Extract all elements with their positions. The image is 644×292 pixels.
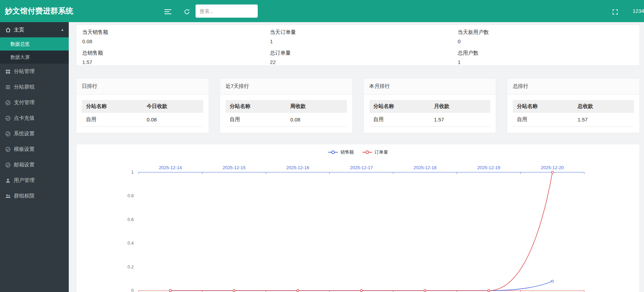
- svg-text:2025-12-19: 2025-12-19: [477, 165, 500, 170]
- sidebar-menu: 分站管理分站群组支付管理点卡充值系统设置模板设置邮箱设置用户管理群组权限: [0, 64, 69, 204]
- sidebar-item[interactable]: 用户管理: [0, 173, 69, 188]
- svg-text:0.8: 0.8: [127, 193, 134, 198]
- username[interactable]: 12345: [633, 0, 644, 22]
- legend-item[interactable]: 订单量: [362, 149, 388, 155]
- sidebar-item[interactable]: 支付管理: [0, 95, 69, 110]
- stat-cell: 当天订单量1: [264, 25, 452, 46]
- legend-line-icon: [328, 150, 338, 155]
- table-cell: 1.57: [574, 113, 634, 127]
- fullscreen-icon: [612, 11, 618, 16]
- fullscreen-button[interactable]: [611, 8, 619, 16]
- ranking-table: 分站名称总收款自用1.57: [513, 100, 634, 127]
- stat-value: 1: [458, 59, 634, 65]
- stat-value: 0.08: [82, 38, 258, 44]
- table-cell: 自用: [369, 113, 430, 127]
- svg-text:0.2: 0.2: [127, 264, 134, 270]
- check-circle-icon: [5, 100, 11, 106]
- sidebar: 主页 ▲ 数据总览数据大屏 分站管理分站群组支付管理点卡充值系统设置模板设置邮箱…: [0, 22, 69, 292]
- ranking-column-header: 总收款: [574, 100, 634, 113]
- users-icon: [5, 193, 11, 199]
- stat-label: 当天销售额: [82, 29, 258, 36]
- sidebar-subitem[interactable]: 数据大屏: [0, 51, 69, 64]
- app-title: 妙文馆付费进群系统: [5, 0, 73, 22]
- ranking-table: 分站名称今日收款自用0.08: [82, 100, 203, 127]
- sidebar-item[interactable]: 群组权限: [0, 188, 69, 204]
- stat-label: 总用户数: [458, 50, 634, 56]
- legend-item[interactable]: 销售额: [328, 149, 354, 155]
- stats-panel: 当天销售额0.08当天订单量1当天新用户数0总销售额1.57总订单量22总用户数…: [76, 25, 640, 66]
- sidebar-item-home[interactable]: 主页 ▲: [0, 22, 69, 37]
- check-circle-icon: [5, 146, 11, 153]
- refresh-button[interactable]: [182, 7, 191, 16]
- caret-up-icon: ▲: [61, 28, 64, 31]
- svg-text:2025-12-17: 2025-12-17: [350, 165, 373, 170]
- header: 妙文馆付费进群系统 12345: [0, 0, 644, 22]
- ranking-column-header: 今日收款: [142, 100, 203, 113]
- ranking-card-body: 分站名称周收款自用0.08: [220, 94, 352, 133]
- sidebar-item-label: 分站群组: [14, 84, 35, 90]
- ranking-column-header: 周收款: [286, 100, 347, 113]
- stat-label: 当天新用户数: [458, 29, 634, 36]
- ranking-column-header: 分站名称: [369, 100, 430, 113]
- sidebar-item[interactable]: 系统设置: [0, 126, 69, 142]
- ranking-card: 日排行分站名称今日收款自用0.08: [76, 78, 209, 133]
- svg-text:1: 1: [131, 170, 134, 175]
- stat-value: 1: [270, 38, 446, 44]
- svg-text:2025-12-18: 2025-12-18: [414, 165, 437, 170]
- svg-text:0.4: 0.4: [127, 240, 134, 246]
- svg-text:2025-12-14: 2025-12-14: [159, 165, 182, 170]
- ranking-card: 总排行分站名称总收款自用1.57: [507, 78, 640, 133]
- sidebar-item[interactable]: 分站管理: [0, 64, 69, 79]
- search-input[interactable]: [196, 4, 258, 18]
- line-chart: 00.20.40.60.812025-12-142025-12-142025-1…: [76, 144, 640, 292]
- table-cell: 自用: [226, 113, 286, 127]
- ranking-card-title: 总排行: [507, 79, 640, 94]
- check-circle-icon: [5, 131, 11, 137]
- sidebar-subitem-label: 数据大屏: [10, 54, 30, 60]
- line-chart-svg: 00.20.40.60.812025-12-142025-12-142025-1…: [76, 144, 640, 292]
- sidebar-item[interactable]: 分站群组: [0, 79, 69, 95]
- sidebar-subitem-label: 数据总览: [10, 41, 30, 47]
- sidebar-item[interactable]: 邮箱设置: [0, 157, 69, 173]
- ranking-card-title: 本月排行: [364, 79, 496, 94]
- sidebar-subitem[interactable]: 数据总览: [0, 37, 69, 51]
- stat-value: 0: [458, 38, 634, 44]
- svg-text:2025-12-15: 2025-12-15: [222, 165, 246, 170]
- menu-toggle-icon: [164, 10, 171, 16]
- table-row: 自用0.08: [82, 113, 203, 127]
- list-icon: [5, 84, 11, 90]
- table-row: 自用1.57: [513, 113, 634, 127]
- sidebar-item-label: 用户管理: [14, 177, 35, 184]
- sidebar-item-label: 群组权限: [14, 193, 35, 199]
- stat-cell: 总销售额1.57: [76, 46, 264, 66]
- stat-value: 22: [270, 59, 446, 65]
- table-cell: 1.57: [430, 113, 490, 127]
- stat-label: 当天订单量: [270, 29, 446, 36]
- stat-label: 总销售额: [82, 50, 258, 56]
- sidebar-item-label: 模板设置: [14, 146, 35, 153]
- rankings-row: 日排行分站名称今日收款自用0.08近7天排行分站名称周收款自用0.08本月排行分…: [76, 78, 640, 133]
- table-cell: 自用: [513, 113, 573, 127]
- ranking-card-body: 分站名称今日收款自用0.08: [76, 94, 209, 133]
- stat-cell: 当天新用户数0: [452, 25, 640, 46]
- sidebar-item-label: 主页: [14, 27, 24, 33]
- sidebar-item[interactable]: 点卡充值: [0, 110, 69, 126]
- ranking-card: 本月排行分站名称月收款自用1.57: [363, 78, 496, 133]
- table-row: 自用1.57: [369, 113, 491, 127]
- grid-icon: [5, 69, 11, 75]
- stat-value: 1.57: [82, 59, 258, 65]
- menu-toggle-button[interactable]: [163, 8, 173, 16]
- stat-label: 总订单量: [270, 50, 446, 56]
- refresh-icon: [184, 11, 190, 16]
- legend-label: 订单量: [375, 149, 388, 155]
- ranking-card-body: 分站名称月收款自用1.57: [364, 94, 496, 133]
- ranking-card-title: 近7天排行: [220, 79, 352, 94]
- check-circle-icon: [5, 115, 11, 121]
- home-icon: [5, 27, 11, 33]
- svg-text:0.6: 0.6: [127, 217, 134, 222]
- stat-cell: 当天销售额0.08: [76, 25, 264, 46]
- ranking-table: 分站名称周收款自用0.08: [226, 100, 347, 127]
- sidebar-item[interactable]: 模板设置: [0, 142, 69, 157]
- ranking-card-body: 分站名称总收款自用1.57: [507, 94, 640, 133]
- ranking-card: 近7天排行分站名称周收款自用0.08: [220, 78, 353, 133]
